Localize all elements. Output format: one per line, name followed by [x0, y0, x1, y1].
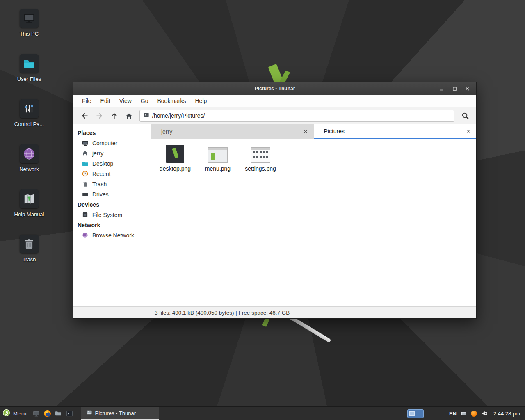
file-settings-png[interactable]: settings.png: [240, 143, 281, 172]
sidebar-item-desktop[interactable]: Desktop: [73, 158, 151, 169]
sidebar-item-label: Computer: [92, 140, 117, 146]
sidebar-item-file-system[interactable]: File System: [73, 210, 151, 220]
search-button[interactable]: [458, 110, 472, 122]
image-file-icon: [86, 409, 92, 417]
window-titlebar[interactable]: Pictures - Thunar: [73, 82, 476, 95]
sidebar-item-browse-network[interactable]: Browse Network: [73, 230, 151, 240]
sidebar-item-trash[interactable]: Trash: [73, 179, 151, 189]
sidebar-item-label: Drives: [92, 191, 109, 198]
desktop-icon-label: Network: [19, 166, 39, 172]
forward-button[interactable]: [92, 110, 107, 122]
sidebar-item-jerry[interactable]: jerry: [73, 148, 151, 158]
volume-icon[interactable]: [481, 410, 488, 417]
window-controls: [438, 85, 476, 92]
computer-icon: [82, 139, 89, 146]
taskbar-task-thunar[interactable]: Pictures - Thunar: [81, 407, 159, 420]
tab-close-icon[interactable]: [464, 127, 472, 135]
menu-bookmarks[interactable]: Bookmarks: [153, 95, 190, 107]
start-menu-button[interactable]: Menu: [0, 407, 31, 420]
menu-file[interactable]: File: [78, 95, 96, 107]
tab-label: jerry: [161, 128, 172, 135]
tab-close-icon[interactable]: [302, 128, 310, 135]
drive-icon: [82, 211, 89, 218]
main-pane: jerry Pictures: [151, 124, 476, 306]
close-button[interactable]: [463, 85, 471, 92]
sidebar-item-label: Desktop: [92, 160, 113, 167]
menu-help[interactable]: Help: [191, 95, 212, 107]
minimize-button[interactable]: [438, 85, 445, 92]
firefox-launcher-icon[interactable]: [42, 407, 53, 420]
up-button[interactable]: [107, 110, 121, 122]
taskbar-tray: EN 2:44:28 pm: [407, 409, 525, 418]
clock[interactable]: 2:44:28 pm: [493, 411, 520, 417]
desktop-icon-help-manual[interactable]: Help Manual: [7, 189, 51, 235]
sidebar-item-label: Trash: [92, 181, 107, 187]
control-panel-icon: [20, 99, 39, 118]
home-icon: [82, 150, 89, 157]
desktop-icon-trash[interactable]: Trash: [7, 235, 51, 280]
file-name: menu.png: [205, 165, 231, 172]
file-menu-png[interactable]: menu.png: [197, 143, 238, 172]
desktop-icon-label: Trash: [23, 256, 36, 262]
keyboard-layout-indicator[interactable]: EN: [449, 411, 457, 417]
desktop-icon-this-pc[interactable]: This PC: [7, 9, 51, 54]
pager-window: [409, 411, 415, 416]
trash-icon: [20, 235, 39, 253]
show-desktop-icon[interactable]: [31, 407, 42, 420]
tab-jerry[interactable]: jerry: [151, 124, 314, 139]
desktop-icon-network[interactable]: Network: [7, 144, 51, 189]
network-globe-icon: [20, 144, 39, 163]
folder-icon: [20, 54, 39, 73]
sidebar-header-devices: Devices: [73, 199, 151, 210]
trash-icon: [82, 180, 89, 187]
update-manager-tray-icon[interactable]: [471, 411, 477, 417]
file-desktop-png[interactable]: desktop.png: [155, 143, 196, 172]
desktop-icon-label: This PC: [20, 31, 39, 37]
file-manager-launcher-icon[interactable]: [53, 407, 64, 420]
mint-logo-icon: [2, 409, 10, 418]
drive-icon: [82, 191, 89, 198]
sidebar-item-recent[interactable]: Recent: [73, 169, 151, 179]
back-button[interactable]: [77, 110, 92, 122]
window-title: Pictures - Thunar: [73, 86, 476, 91]
sidebar-item-label: Recent: [92, 171, 110, 177]
desktop-icon-user-files[interactable]: User Files: [7, 54, 51, 99]
desktop-icon-label: Control Pa...: [14, 121, 44, 127]
terminal-launcher-icon[interactable]: [64, 407, 75, 420]
menu-button-label: Menu: [13, 411, 27, 417]
path-text: /home/jerry/Pictures/: [152, 112, 205, 119]
file-name: settings.png: [245, 165, 276, 172]
menubar: File Edit View Go Bookmarks Help: [73, 95, 476, 107]
status-bar: 3 files: 490.1 kB (490,050 bytes) | Free…: [73, 306, 476, 318]
display-tray-icon[interactable]: [461, 411, 467, 417]
sidebar-item-label: Browse Network: [92, 232, 134, 239]
desktop-icon-control-panel[interactable]: Control Pa...: [7, 99, 51, 144]
image-thumbnail: [208, 143, 228, 163]
task-button-label: Pictures - Thunar: [95, 410, 136, 416]
menu-view[interactable]: View: [115, 95, 136, 107]
image-file-icon: [143, 112, 149, 120]
sidebar-item-label: jerry: [92, 150, 103, 157]
tab-bar: jerry Pictures: [151, 124, 476, 139]
folder-icon: [82, 160, 89, 167]
globe-icon: [82, 232, 89, 239]
tab-pictures[interactable]: Pictures: [314, 124, 477, 139]
sidebar-item-label: File System: [92, 212, 122, 218]
menu-edit[interactable]: Edit: [96, 95, 115, 107]
image-thumbnail: [251, 143, 270, 163]
home-button[interactable]: [121, 110, 136, 122]
menu-go[interactable]: Go: [136, 95, 153, 107]
workspace-pager[interactable]: [407, 409, 424, 418]
desktop-icon-label: User Files: [17, 76, 41, 82]
path-bar[interactable]: /home/jerry/Pictures/: [139, 110, 454, 122]
desktop-icon-column: This PC User Files Control Pa... Network…: [7, 9, 51, 280]
sidebar-header-network: Network: [73, 220, 151, 230]
status-text: 3 files: 490.1 kB (490,050 bytes) | Free…: [155, 310, 290, 316]
toolbar: /home/jerry/Pictures/: [73, 107, 476, 124]
window-content: Places Computer jerry: [73, 124, 476, 306]
sidebar-header-places: Places: [73, 128, 151, 138]
sidebar-item-computer[interactable]: Computer: [73, 138, 151, 148]
maximize-button[interactable]: [451, 85, 458, 92]
file-name: desktop.png: [160, 165, 191, 172]
sidebar-item-drives[interactable]: Drives: [73, 189, 151, 199]
